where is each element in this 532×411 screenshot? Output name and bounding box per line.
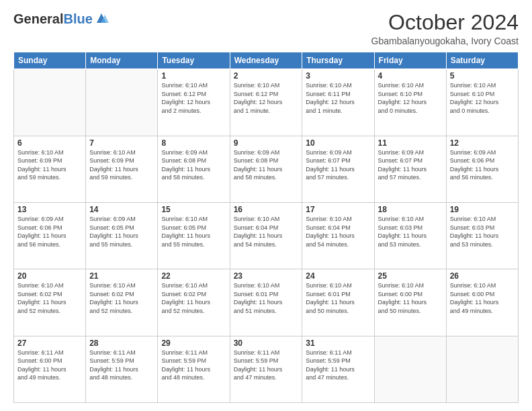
day-number: 31 — [306, 338, 370, 348]
calendar-week-row: 6Sunrise: 6:10 AMSunset: 6:09 PMDaylight… — [14, 136, 519, 202]
location: Gbambalanyougokaha, Ivory Coast — [371, 36, 519, 46]
day-info: Sunrise: 6:10 AMSunset: 6:02 PMDaylight:… — [17, 281, 82, 315]
month-title: October 2024 — [371, 11, 519, 34]
day-number: 29 — [161, 338, 226, 348]
day-info: Sunrise: 6:09 AMSunset: 6:07 PMDaylight:… — [306, 148, 370, 182]
calendar-week-row: 1Sunrise: 6:10 AMSunset: 6:12 PMDaylight… — [14, 69, 519, 136]
day-number: 9 — [234, 138, 299, 148]
day-number: 2 — [234, 71, 299, 81]
logo: GeneralBlue — [13, 11, 109, 27]
calendar-cell: 28Sunrise: 6:11 AMSunset: 5:59 PMDayligh… — [86, 336, 158, 402]
day-info: Sunrise: 6:10 AMSunset: 6:02 PMDaylight:… — [161, 281, 226, 315]
day-info: Sunrise: 6:10 AMSunset: 6:01 PMDaylight:… — [234, 281, 299, 315]
day-info: Sunrise: 6:10 AMSunset: 6:00 PMDaylight:… — [378, 281, 443, 315]
day-info: Sunrise: 6:10 AMSunset: 6:02 PMDaylight:… — [89, 281, 154, 315]
calendar-header-row: SundayMondayTuesdayWednesdayThursdayFrid… — [14, 52, 519, 69]
calendar-cell: 6Sunrise: 6:10 AMSunset: 6:09 PMDaylight… — [14, 136, 86, 202]
calendar-cell: 15Sunrise: 6:10 AMSunset: 6:05 PMDayligh… — [158, 202, 230, 269]
day-number: 7 — [89, 138, 154, 148]
day-number: 27 — [17, 338, 82, 348]
col-header-sunday: Sunday — [14, 52, 86, 69]
day-info: Sunrise: 6:10 AMSunset: 6:00 PMDaylight:… — [450, 281, 515, 315]
calendar-cell: 5Sunrise: 6:10 AMSunset: 6:10 PMDaylight… — [446, 69, 518, 136]
day-info: Sunrise: 6:11 AMSunset: 5:59 PMDaylight:… — [161, 349, 226, 382]
calendar-table: SundayMondayTuesdayWednesdayThursdayFrid… — [13, 52, 519, 403]
day-number: 28 — [89, 338, 154, 348]
day-number: 25 — [378, 271, 443, 281]
calendar-cell: 31Sunrise: 6:11 AMSunset: 5:59 PMDayligh… — [302, 336, 374, 402]
calendar-cell: 1Sunrise: 6:10 AMSunset: 6:12 PMDaylight… — [158, 69, 230, 136]
col-header-friday: Friday — [374, 52, 446, 69]
day-info: Sunrise: 6:11 AMSunset: 6:00 PMDaylight:… — [17, 349, 82, 382]
calendar-cell: 18Sunrise: 6:10 AMSunset: 6:03 PMDayligh… — [374, 202, 446, 269]
day-info: Sunrise: 6:09 AMSunset: 6:06 PMDaylight:… — [450, 148, 515, 182]
day-info: Sunrise: 6:10 AMSunset: 6:12 PMDaylight:… — [234, 81, 299, 115]
day-number: 15 — [161, 205, 226, 214]
day-info: Sunrise: 6:09 AMSunset: 6:05 PMDaylight:… — [89, 215, 154, 248]
day-number: 14 — [89, 205, 154, 214]
day-info: Sunrise: 6:10 AMSunset: 6:05 PMDaylight:… — [161, 215, 226, 248]
day-info: Sunrise: 6:10 AMSunset: 6:03 PMDaylight:… — [378, 215, 443, 248]
day-info: Sunrise: 6:10 AMSunset: 6:09 PMDaylight:… — [17, 148, 82, 182]
logo-text: GeneralBlue — [13, 11, 93, 27]
day-number: 20 — [17, 271, 82, 281]
calendar-cell: 22Sunrise: 6:10 AMSunset: 6:02 PMDayligh… — [158, 269, 230, 336]
day-number: 26 — [450, 271, 515, 281]
day-number: 16 — [234, 205, 299, 214]
calendar-cell: 20Sunrise: 6:10 AMSunset: 6:02 PMDayligh… — [14, 269, 86, 336]
calendar-cell: 23Sunrise: 6:10 AMSunset: 6:01 PMDayligh… — [230, 269, 302, 336]
day-number: 3 — [306, 71, 370, 81]
day-number: 8 — [161, 138, 226, 148]
day-number: 17 — [306, 205, 370, 214]
calendar-cell — [14, 69, 86, 136]
col-header-tuesday: Tuesday — [158, 52, 230, 69]
day-info: Sunrise: 6:10 AMSunset: 6:10 PMDaylight:… — [378, 81, 443, 115]
calendar-cell: 30Sunrise: 6:11 AMSunset: 5:59 PMDayligh… — [230, 336, 302, 402]
calendar-cell: 11Sunrise: 6:09 AMSunset: 6:07 PMDayligh… — [374, 136, 446, 202]
title-section: October 2024 Gbambalanyougokaha, Ivory C… — [371, 11, 519, 46]
logo-icon — [94, 11, 109, 23]
header: GeneralBlue October 2024 Gbambalanyougok… — [13, 11, 519, 46]
calendar-cell: 12Sunrise: 6:09 AMSunset: 6:06 PMDayligh… — [446, 136, 518, 202]
calendar-cell — [446, 336, 518, 402]
calendar-week-row: 27Sunrise: 6:11 AMSunset: 6:00 PMDayligh… — [14, 336, 519, 402]
calendar-cell: 7Sunrise: 6:10 AMSunset: 6:09 PMDaylight… — [86, 136, 158, 202]
day-number: 5 — [450, 71, 515, 81]
calendar-cell — [374, 336, 446, 402]
calendar-cell: 21Sunrise: 6:10 AMSunset: 6:02 PMDayligh… — [86, 269, 158, 336]
day-number: 30 — [234, 338, 299, 348]
calendar-cell: 8Sunrise: 6:09 AMSunset: 6:08 PMDaylight… — [158, 136, 230, 202]
day-number: 12 — [450, 138, 515, 148]
day-info: Sunrise: 6:11 AMSunset: 5:59 PMDaylight:… — [89, 349, 154, 382]
day-info: Sunrise: 6:11 AMSunset: 5:59 PMDaylight:… — [234, 349, 299, 382]
day-info: Sunrise: 6:11 AMSunset: 5:59 PMDaylight:… — [306, 349, 370, 382]
calendar-week-row: 20Sunrise: 6:10 AMSunset: 6:02 PMDayligh… — [14, 269, 519, 336]
day-info: Sunrise: 6:10 AMSunset: 6:04 PMDaylight:… — [306, 215, 370, 248]
col-header-saturday: Saturday — [446, 52, 518, 69]
calendar-cell: 13Sunrise: 6:09 AMSunset: 6:06 PMDayligh… — [14, 202, 86, 269]
day-info: Sunrise: 6:10 AMSunset: 6:04 PMDaylight:… — [234, 215, 299, 248]
calendar-cell: 2Sunrise: 6:10 AMSunset: 6:12 PMDaylight… — [230, 69, 302, 136]
calendar-cell: 26Sunrise: 6:10 AMSunset: 6:00 PMDayligh… — [446, 269, 518, 336]
page: GeneralBlue October 2024 Gbambalanyougok… — [0, 0, 532, 411]
calendar-cell — [86, 69, 158, 136]
day-info: Sunrise: 6:10 AMSunset: 6:03 PMDaylight:… — [450, 215, 515, 248]
day-number: 13 — [17, 205, 82, 214]
calendar-cell: 29Sunrise: 6:11 AMSunset: 5:59 PMDayligh… — [158, 336, 230, 402]
calendar-cell: 17Sunrise: 6:10 AMSunset: 6:04 PMDayligh… — [302, 202, 374, 269]
day-info: Sunrise: 6:09 AMSunset: 6:06 PMDaylight:… — [17, 215, 82, 248]
day-number: 18 — [378, 205, 443, 214]
day-number: 6 — [17, 138, 82, 148]
calendar-cell: 4Sunrise: 6:10 AMSunset: 6:10 PMDaylight… — [374, 69, 446, 136]
day-number: 4 — [378, 71, 443, 81]
day-number: 11 — [378, 138, 443, 148]
day-info: Sunrise: 6:10 AMSunset: 6:09 PMDaylight:… — [89, 148, 154, 182]
day-number: 19 — [450, 205, 515, 214]
calendar-cell: 16Sunrise: 6:10 AMSunset: 6:04 PMDayligh… — [230, 202, 302, 269]
calendar-week-row: 13Sunrise: 6:09 AMSunset: 6:06 PMDayligh… — [14, 202, 519, 269]
day-number: 10 — [306, 138, 370, 148]
calendar-cell: 14Sunrise: 6:09 AMSunset: 6:05 PMDayligh… — [86, 202, 158, 269]
day-number: 24 — [306, 271, 370, 281]
calendar-cell: 19Sunrise: 6:10 AMSunset: 6:03 PMDayligh… — [446, 202, 518, 269]
day-info: Sunrise: 6:10 AMSunset: 6:10 PMDaylight:… — [450, 81, 515, 115]
